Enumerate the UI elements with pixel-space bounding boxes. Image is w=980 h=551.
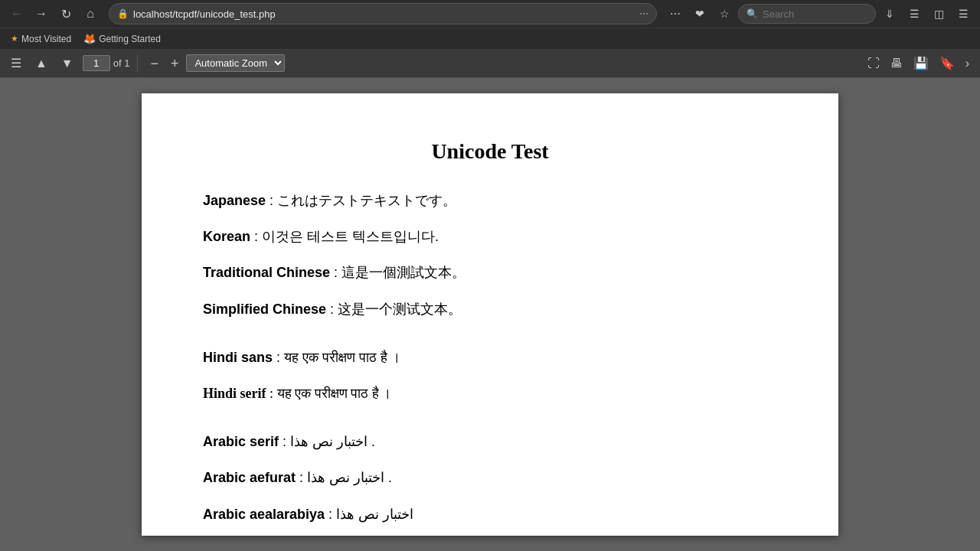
line-arabic-serif: Arabic serif : اختبار نص هذا . [203, 432, 777, 452]
line-arabic-aefurat: Arabic aefurat : اختبار نص هذا . [203, 468, 777, 487]
pdf-toolbar-right: ⛶ 🖶 💾 🔖 › [863, 53, 974, 73]
bookmark-pdf-button[interactable]: 🔖 [935, 53, 959, 73]
address-text: localhost/tcpdf/unicode_test.php [133, 8, 635, 20]
fullscreen-button[interactable]: ⛶ [863, 54, 884, 73]
star-icon: ★ [11, 34, 18, 44]
spacer-1 [203, 336, 777, 348]
save-button[interactable]: 💾 [909, 53, 933, 73]
page-counter: of 1 [83, 55, 130, 71]
page-number-input[interactable] [83, 55, 110, 71]
bookmark-most-visited-label: Most Visited [21, 34, 71, 44]
menu-button[interactable]: ☰ [952, 3, 974, 24]
search-input[interactable] [763, 8, 867, 20]
browser-titlebar: ← → ↻ ⌂ 🔒 localhost/tcpdf/unicode_test.p… [0, 0, 980, 28]
download-button[interactable]: ⇓ [879, 3, 900, 24]
bookmark-getting-started-label: Getting Started [99, 34, 161, 44]
library-button[interactable]: ☰ [903, 3, 925, 24]
prev-page-button[interactable]: ▲ [31, 54, 52, 73]
more-tools-button[interactable]: › [961, 54, 974, 73]
forward-button[interactable]: → [31, 3, 52, 24]
search-box[interactable]: 🔍 [738, 4, 876, 24]
firefox-icon: 🦊 [83, 33, 96, 44]
line-japanese: Japanese : これはテストテキストです。 [203, 191, 777, 210]
line-hindi-sans: Hindi sans : यह एक परीक्षण पाठ है । [203, 348, 777, 367]
bookmarks-bar: ★ Most Visited 🦊 Getting Started [0, 28, 980, 49]
sidebar-toggle-pdf-button[interactable]: ☰ [6, 53, 26, 73]
print-button[interactable]: 🖶 [886, 54, 907, 73]
search-icon: 🔍 [746, 8, 758, 19]
sidebar-toggle-button[interactable]: ◫ [928, 3, 949, 24]
zoom-out-button[interactable]: − [145, 55, 163, 72]
pdf-toolbar: ☰ ▲ ▼ of 1 − + Automatic Zoom 50% 75% 10… [0, 49, 980, 78]
zoom-select[interactable]: Automatic Zoom 50% 75% 100% 125% 150% 20… [186, 54, 285, 72]
more-options-button[interactable]: ⋯ [665, 3, 686, 24]
home-button[interactable]: ⌂ [80, 3, 101, 24]
pdf-page: Unicode Test Japanese : これはテストテキストです。 Ko… [142, 93, 838, 536]
reload-button[interactable]: ↻ [55, 3, 77, 24]
address-bar[interactable]: 🔒 localhost/tcpdf/unicode_test.php ⋯ [109, 3, 657, 24]
bookmark-button[interactable]: ☆ [714, 3, 735, 24]
pdf-title: Unicode Test [203, 139, 777, 164]
zoom-controls: − + Automatic Zoom 50% 75% 100% 125% 150… [145, 54, 285, 72]
toolbar-right: ⋯ ❤ ☆ 🔍 ⇓ ☰ ◫ ☰ [665, 3, 974, 24]
next-page-button[interactable]: ▼ [57, 54, 78, 73]
pdf-content-area[interactable]: Unicode Test Japanese : これはテストテキストです。 Ko… [0, 78, 980, 551]
bookmark-getting-started[interactable]: 🦊 Getting Started [79, 31, 165, 46]
line-hindi-serif: Hindi serif : यह एक परीक्षण पाठ है । [203, 384, 777, 403]
line-traditional-chinese: Traditional Chinese : 這是一個測試文本。 [203, 263, 777, 282]
spacer-2 [203, 420, 777, 432]
line-arabic-aealarabiya: Arabic aealarabiya : اختبار نص هذا [203, 505, 777, 524]
back-button[interactable]: ← [6, 3, 28, 24]
page-total-label: of 1 [113, 57, 130, 69]
zoom-in-button[interactable]: + [166, 55, 184, 72]
line-simplified-chinese: Simplified Chinese : 这是一个测试文本。 [203, 300, 777, 319]
pocket-button[interactable]: ❤ [689, 3, 710, 24]
line-korean: Korean : 이것은 테스트 텍스트입니다. [203, 227, 777, 246]
toolbar-separator [137, 54, 138, 73]
bookmark-most-visited[interactable]: ★ Most Visited [6, 32, 76, 46]
address-lock-icon: 🔒 [117, 8, 129, 19]
address-more-icon: ⋯ [639, 8, 648, 19]
